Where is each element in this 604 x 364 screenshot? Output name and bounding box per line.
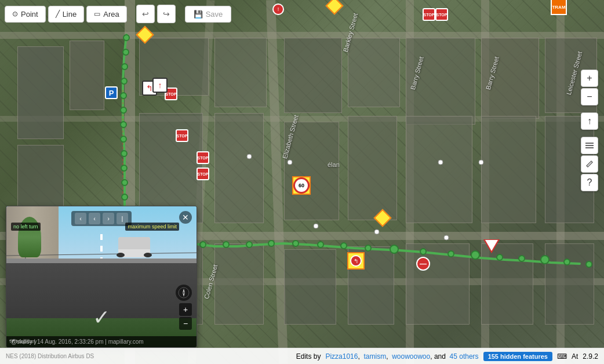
version-label: 2.9.2 — [583, 352, 598, 361]
photo-next-button-right[interactable]: › — [103, 213, 114, 224]
save-icon: 💾 — [194, 10, 203, 19]
photo-zoom-out-button[interactable]: − — [179, 317, 192, 330]
no-entry-sign: — — [416, 257, 430, 271]
mapillary-watermark: 🗺 Mapillary — [9, 338, 37, 344]
map-controls: + − ↑ ? — [581, 70, 598, 191]
contributor-link3[interactable]: woowoowoo — [392, 352, 430, 361]
ctrl-separator2 — [581, 131, 598, 136]
svg-rect-10 — [585, 147, 594, 148]
contributor-link[interactable]: Pizza1016 — [325, 352, 358, 361]
photo-nav-controls: ‹ ‹ › | — [71, 211, 132, 226]
route-dot — [365, 245, 372, 252]
building — [214, 243, 264, 325]
route-dot — [121, 63, 128, 70]
keyboard-icon: ⌨ — [557, 352, 567, 361]
redo-button[interactable]: ↪ — [157, 5, 176, 23]
route-dot — [122, 49, 129, 56]
building — [406, 116, 472, 223]
route-dot — [223, 241, 230, 248]
traffic-sign-top2 — [328, 0, 341, 12]
warning-sign — [139, 28, 151, 41]
contributors-text: Pizza1016, tamism, woowoowoo, and 45 oth… — [325, 352, 478, 361]
photo-close-button[interactable]: ✕ — [179, 211, 192, 224]
area-tool-button[interactable]: ▭ Area — [86, 6, 126, 23]
photo-zoom-in-button[interactable]: + — [179, 303, 192, 316]
point-label: Point — [21, 10, 38, 19]
building — [17, 46, 64, 139]
svg-point-15 — [183, 292, 185, 294]
route-dot — [340, 242, 347, 249]
photo-tag-turn: no left turn — [11, 223, 41, 231]
elan-label: élan — [328, 161, 340, 168]
yield-sign — [483, 239, 500, 253]
photo-next-button-left[interactable]: ‹ — [89, 213, 100, 224]
area-icon: ▭ — [94, 10, 100, 18]
route-dot — [121, 179, 128, 186]
point-icon: ⊙ — [12, 10, 18, 18]
route-dot — [121, 194, 128, 201]
save-label: Save — [206, 10, 223, 19]
route-dot — [268, 240, 275, 247]
photo-car — [118, 237, 150, 257]
route-dot — [518, 255, 525, 262]
stop-sign-top2: STOP — [435, 8, 448, 21]
save-button[interactable]: 💾 Save — [185, 6, 232, 23]
parking-sign: P — [105, 86, 118, 99]
route-dot — [121, 78, 128, 85]
status-right: Edits by Pizza1016, tamism, woowoowoo, a… — [296, 352, 598, 361]
route-dot — [563, 259, 570, 265]
building — [214, 113, 264, 223]
building — [17, 145, 64, 214]
route-dot — [120, 136, 127, 143]
svg-rect-9 — [585, 145, 594, 146]
route-dot — [496, 254, 503, 261]
route-dot — [292, 240, 299, 247]
stop-sign: STOP — [197, 151, 209, 164]
point-tool-button[interactable]: ⊙ Point — [5, 6, 46, 23]
attribution-left: NES (2018) Distribution Airbus DS — [6, 353, 94, 359]
route-dot — [585, 261, 592, 268]
building — [348, 116, 397, 220]
svg-rect-8 — [585, 143, 594, 144]
route-dot — [317, 241, 324, 248]
line-label: Line — [63, 10, 77, 19]
route-dot — [123, 34, 130, 41]
zoom-out-button[interactable]: − — [581, 88, 598, 105]
layers-button[interactable] — [581, 137, 598, 154]
undo-button[interactable]: ↩ — [136, 5, 155, 23]
route-dot — [120, 107, 127, 114]
route-dot — [120, 92, 127, 99]
others-link[interactable]: 45 others — [450, 352, 479, 361]
area-label: Area — [103, 10, 119, 19]
line-tool-button[interactable]: ╱ Line — [48, 6, 85, 23]
speed-limit-sign: 60 — [293, 177, 310, 194]
stop-sign: STOP — [197, 168, 209, 180]
route-dot — [420, 248, 427, 255]
photo-prev-button[interactable]: ‹ — [75, 213, 86, 224]
route-dot — [120, 121, 127, 128]
route-dot — [540, 255, 550, 264]
photo-road-lines — [100, 234, 103, 269]
photo-sidewalk — [6, 259, 197, 263]
warning-sign-2 — [376, 212, 389, 224]
zoom-in-button[interactable]: + — [581, 70, 598, 87]
map-container[interactable]: Elizabeth Street Barkley Street Barry St… — [0, 0, 604, 364]
status-left: NES (2018) Distribution Airbus DS — [6, 353, 94, 359]
hidden-features-badge[interactable]: 155 hidden features — [483, 352, 552, 361]
compass-button[interactable]: ↑ — [581, 112, 598, 130]
route-dot — [447, 250, 454, 257]
status-bar: NES (2018) Distribution Airbus DS Edits … — [0, 348, 604, 364]
route-dot — [390, 245, 399, 254]
route-dot — [199, 241, 206, 248]
building — [348, 38, 400, 107]
route-dot — [471, 250, 480, 260]
contributor-link2[interactable]: tamism — [363, 352, 386, 361]
building — [545, 243, 594, 325]
no-left-turn-sign-box: ↰ — [347, 252, 365, 270]
ctrl-separator — [581, 107, 598, 111]
help-button[interactable]: ? — [581, 174, 598, 191]
edit-mode-button[interactable] — [581, 155, 598, 173]
building — [284, 249, 336, 325]
building — [284, 38, 342, 113]
photo-compass — [176, 285, 192, 301]
